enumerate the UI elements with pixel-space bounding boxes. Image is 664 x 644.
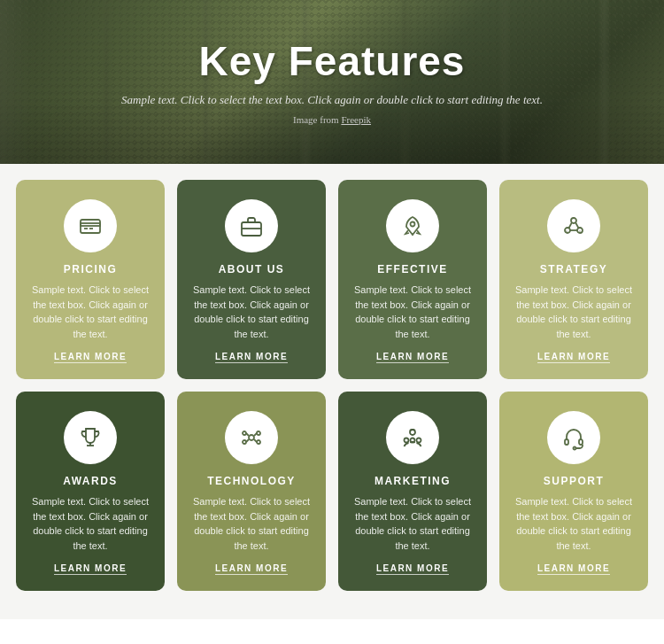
technology-icon <box>238 424 265 451</box>
support-title: SUPPORT <box>544 475 605 487</box>
about-us-text: Sample text. Click to select the text bo… <box>189 283 313 341</box>
card-about-us: ABOUT US Sample text. Click to select th… <box>177 180 326 379</box>
svg-point-32 <box>574 447 576 450</box>
support-learn-more[interactable]: LEARN MORE <box>537 563 610 575</box>
freepik-link[interactable]: Freepik <box>341 114 371 125</box>
cards-row-1: PRICING Sample text. Click to select the… <box>16 180 648 379</box>
svg-point-27 <box>405 438 409 443</box>
support-icon-circle <box>547 411 600 464</box>
strategy-icon-circle: x o <box>547 199 600 252</box>
card-support: SUPPORT Sample text. Click to select the… <box>499 392 648 591</box>
card-marketing: MARKETING Sample text. Click to select t… <box>338 392 487 591</box>
svg-point-21 <box>257 440 260 444</box>
svg-line-11 <box>575 222 579 229</box>
awards-text: Sample text. Click to select the text bo… <box>28 494 152 553</box>
effective-icon-circle <box>386 199 439 252</box>
headset-icon <box>560 424 587 451</box>
technology-icon-circle <box>225 411 278 464</box>
cards-row-2: AWARDS Sample text. Click to select the … <box>16 392 648 591</box>
pricing-icon-circle <box>64 199 117 252</box>
technology-learn-more[interactable]: LEARN MORE <box>215 563 288 575</box>
hero-section: Key Features Sample text. Click to selec… <box>0 0 664 164</box>
svg-line-24 <box>246 439 249 442</box>
about-us-title: ABOUT US <box>219 263 285 275</box>
svg-line-25 <box>254 439 257 442</box>
svg-text:x: x <box>566 229 567 233</box>
effective-text: Sample text. Click to select the text bo… <box>351 283 475 341</box>
technology-text: Sample text. Click to select the text bo… <box>189 494 313 553</box>
effective-learn-more[interactable]: LEARN MORE <box>376 352 449 363</box>
svg-text:o: o <box>579 229 581 233</box>
cards-section: PRICING Sample text. Click to select the… <box>0 164 664 619</box>
card-awards: AWARDS Sample text. Click to select the … <box>16 392 165 591</box>
svg-line-23 <box>254 433 257 436</box>
strategy-text: Sample text. Click to select the text bo… <box>512 283 636 341</box>
support-text: Sample text. Click to select the text bo… <box>512 494 636 553</box>
about-us-icon-circle <box>225 199 278 252</box>
svg-rect-30 <box>565 439 568 445</box>
svg-point-20 <box>243 440 246 444</box>
marketing-icon <box>399 424 426 451</box>
svg-point-19 <box>257 431 260 435</box>
card-effective: EFFECTIVE Sample text. Click to select t… <box>338 180 487 379</box>
svg-point-17 <box>249 435 254 440</box>
hero-title: Key Features <box>121 39 543 84</box>
pricing-text: Sample text. Click to select the text bo… <box>28 283 152 341</box>
svg-line-10 <box>569 222 573 229</box>
svg-point-18 <box>243 431 246 435</box>
awards-learn-more[interactable]: LEARN MORE <box>54 563 127 575</box>
hero-credit: Image from Freepik <box>121 114 543 125</box>
trophy-icon <box>77 424 104 451</box>
awards-icon-circle <box>64 411 117 464</box>
card-technology: TECHNOLOGY Sample text. Click to select … <box>177 392 326 591</box>
marketing-title: MARKETING <box>374 475 451 487</box>
svg-point-6 <box>411 222 415 227</box>
marketing-icon-circle <box>386 411 439 464</box>
briefcase-icon <box>238 213 265 239</box>
effective-title: EFFECTIVE <box>377 263 448 275</box>
strategy-learn-more[interactable]: LEARN MORE <box>537 352 610 363</box>
hero-content: Key Features Sample text. Click to selec… <box>104 21 560 142</box>
svg-rect-1 <box>81 223 100 226</box>
card-pricing: PRICING Sample text. Click to select the… <box>16 180 165 379</box>
pricing-learn-more[interactable]: LEARN MORE <box>54 352 127 363</box>
marketing-text: Sample text. Click to select the text bo… <box>351 494 475 553</box>
pricing-icon <box>77 213 104 239</box>
svg-rect-31 <box>579 439 583 445</box>
svg-point-29 <box>417 438 421 443</box>
pricing-title: PRICING <box>64 263 118 275</box>
strategy-title: STRATEGY <box>540 263 607 275</box>
card-strategy: x o STRATEGY Sample text. Click to selec… <box>499 180 648 379</box>
rocket-icon <box>399 213 426 239</box>
hero-subtitle: Sample text. Click to select the text bo… <box>121 91 543 109</box>
svg-line-22 <box>246 433 249 436</box>
technology-title: TECHNOLOGY <box>207 475 296 487</box>
strategy-icon: x o <box>560 213 587 239</box>
about-us-learn-more[interactable]: LEARN MORE <box>215 352 288 363</box>
awards-title: AWARDS <box>63 475 118 487</box>
marketing-learn-more[interactable]: LEARN MORE <box>376 563 449 575</box>
